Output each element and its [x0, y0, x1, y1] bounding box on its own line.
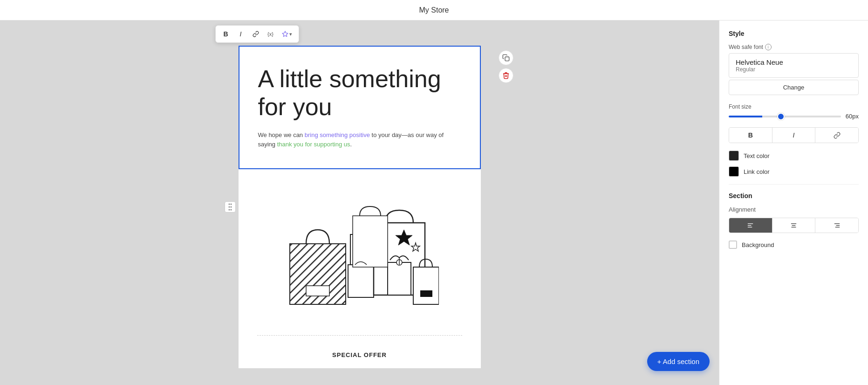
- align-right-button[interactable]: [815, 218, 858, 233]
- svg-rect-19: [420, 290, 432, 297]
- svg-point-3: [228, 206, 230, 208]
- svg-point-4: [230, 206, 232, 208]
- email-wrapper: A little something for you We hope we ca…: [239, 46, 481, 368]
- svg-marker-0: [282, 31, 288, 36]
- section-heading[interactable]: A little something for you: [258, 65, 461, 121]
- section-panel-title: Section: [729, 192, 859, 199]
- font-style: Regular: [736, 66, 852, 73]
- change-font-button[interactable]: Change: [729, 80, 859, 95]
- store-title: My Store: [419, 6, 449, 14]
- format-bold-button[interactable]: B: [729, 128, 772, 143]
- drag-handle[interactable]: [225, 201, 236, 213]
- format-buttons: B I: [729, 127, 859, 143]
- font-size-slider[interactable]: [729, 116, 841, 117]
- format-italic-button[interactable]: I: [772, 128, 816, 143]
- svg-point-2: [230, 204, 232, 205]
- style-title: Style: [729, 30, 859, 37]
- special-offer-section: SPECIAL OFFER: [239, 343, 481, 368]
- svg-rect-18: [413, 267, 439, 304]
- svg-rect-7: [505, 57, 509, 61]
- link-color-label: Link color: [744, 168, 770, 175]
- align-center-button[interactable]: [772, 218, 816, 233]
- font-size-row: 60px: [729, 113, 859, 120]
- variable-button[interactable]: {x}: [264, 28, 277, 41]
- link-color-row: Link color: [729, 166, 859, 177]
- bags-illustration: [280, 183, 439, 314]
- duplicate-section-button[interactable]: [499, 50, 513, 65]
- highlight-text: bring something positive: [305, 131, 370, 138]
- font-display: Helvetica Neue Regular: [729, 53, 859, 78]
- delete-section-button[interactable]: [499, 68, 513, 83]
- background-checkbox[interactable]: [729, 241, 737, 249]
- bold-button[interactable]: B: [219, 28, 232, 41]
- svg-point-1: [228, 204, 230, 205]
- add-section-button[interactable]: + Add section: [647, 352, 710, 371]
- background-label: Background: [742, 241, 774, 248]
- svg-point-6: [230, 209, 232, 211]
- text-section[interactable]: A little something for you We hope we ca…: [239, 46, 481, 169]
- link-color-swatch[interactable]: [729, 166, 739, 177]
- section-actions: [499, 50, 513, 83]
- format-link-button[interactable]: [815, 128, 858, 143]
- main-area: B I {x} ▾: [0, 21, 868, 385]
- magic-button[interactable]: ▾: [279, 29, 295, 39]
- image-section: [239, 169, 481, 328]
- divider-section: [239, 328, 481, 343]
- font-name: Helvetica Neue: [736, 58, 852, 66]
- svg-rect-13: [348, 265, 374, 297]
- svg-point-5: [228, 209, 230, 211]
- link-button[interactable]: [249, 28, 262, 41]
- special-offer-text: SPECIAL OFFER: [332, 351, 387, 358]
- highlight2-text: thank you for supporting us: [277, 141, 350, 148]
- web-safe-font-info-icon[interactable]: i: [765, 44, 772, 50]
- canvas-area: B I {x} ▾: [0, 21, 719, 385]
- right-panel: Style Web safe font i Helvetica Neue Reg…: [719, 21, 868, 385]
- font-size-value: 60px: [846, 113, 859, 120]
- alignment-label: Alignment: [729, 206, 859, 213]
- align-left-button[interactable]: [729, 218, 772, 233]
- text-color-label: Text color: [744, 152, 770, 159]
- svg-rect-11: [306, 286, 329, 296]
- text-color-swatch[interactable]: [729, 151, 739, 161]
- alignment-buttons: [729, 218, 859, 233]
- font-size-label: Font size: [729, 103, 859, 110]
- text-color-row: Text color: [729, 151, 859, 161]
- text-toolbar: B I {x} ▾: [215, 25, 299, 43]
- italic-button[interactable]: I: [234, 28, 247, 41]
- divider-line: [257, 335, 462, 336]
- top-bar: My Store: [0, 0, 868, 21]
- section-body[interactable]: We hope we can bring something positive …: [258, 131, 461, 150]
- background-row: Background: [729, 241, 859, 249]
- svg-rect-20: [353, 216, 388, 267]
- web-safe-font-label: Web safe font i: [729, 44, 859, 50]
- panel-divider: [729, 184, 859, 185]
